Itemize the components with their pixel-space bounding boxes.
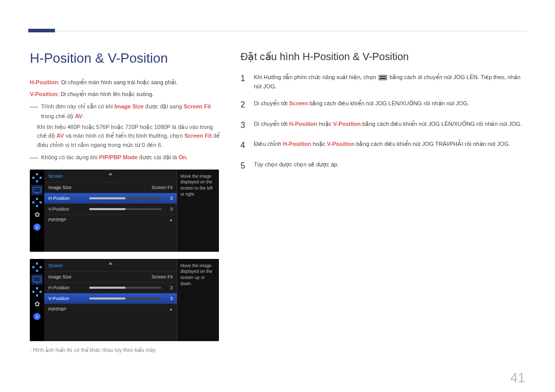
osd-row-label: PIP/PBP xyxy=(48,307,86,312)
osd-panel: ✿iScreenImage SizeScreen FitH-Position3V… xyxy=(30,259,219,341)
osd-row-label: V-Position xyxy=(48,207,86,212)
header-rule xyxy=(28,31,527,31)
osd-slider[interactable] xyxy=(89,287,161,289)
osd-row-label: V-Position xyxy=(48,296,86,301)
sidebar-dpad-icon xyxy=(31,262,43,272)
osd-row[interactable]: H-Position3 xyxy=(44,282,177,293)
osd-row[interactable]: PIP/PBP▸ xyxy=(44,304,177,314)
section-subtitle: Đặt cấu hình H-Position & V-Position xyxy=(240,50,525,63)
sidebar-settings-icon: ✿ xyxy=(31,299,43,309)
sub-note: Khi tín hiệu 480P hoặc 576P hoặc 720P ho… xyxy=(37,123,220,150)
sidebar-info-icon: i xyxy=(31,311,43,322)
osd-row[interactable]: PIP/PBP▸ xyxy=(44,214,177,225)
header-accent xyxy=(28,29,55,32)
h-position-label: H-Position xyxy=(30,79,58,85)
footnote: - Hình ảnh hiển thị có thể khác nhau tùy… xyxy=(30,347,220,353)
sidebar-screen-icon xyxy=(31,185,43,195)
content: H-Position & V-Position H-Position: Di c… xyxy=(30,50,525,353)
osd-row[interactable]: V-Position3 xyxy=(44,203,177,214)
osd-row[interactable]: Image SizeScreen Fit xyxy=(44,271,177,282)
osd-sidebar: ✿i xyxy=(30,259,44,341)
step: 2Di chuyển tới Screen bằng cách điều khi… xyxy=(240,98,525,111)
osd-slider[interactable] xyxy=(89,197,161,199)
note-1: ― Trình đơn này chỉ sẵn có khi Image Siz… xyxy=(30,102,220,120)
osd-slider[interactable] xyxy=(89,297,161,300)
menu-icon xyxy=(379,75,387,80)
osd-row[interactable]: H-Position3 xyxy=(44,193,177,203)
osd-row-label: Image Size xyxy=(48,185,86,190)
note-2: ― Không có tác dụng khi PIP/PBP Mode đượ… xyxy=(30,153,220,162)
steps-list: 1Khi Hướng dẫn phím chức năng xuất hiện,… xyxy=(240,72,525,173)
step: 1Khi Hướng dẫn phím chức năng xuất hiện,… xyxy=(240,72,525,91)
osd-row-label: H-Position xyxy=(48,285,86,290)
sidebar-dpad-icon xyxy=(31,197,43,208)
step-num: 2 xyxy=(240,98,248,111)
step-text: Tùy chọn được chọn sẽ được áp. xyxy=(254,159,525,173)
step: 4Điều chỉnh H-Position hoặc V-Position b… xyxy=(240,139,525,152)
step-num: 3 xyxy=(240,119,248,132)
osd-row-value: 3 xyxy=(164,285,173,290)
chevron-right-icon: ▸ xyxy=(168,217,173,222)
dash-icon: ― xyxy=(30,153,38,162)
step-num: 1 xyxy=(240,72,248,91)
page-title: H-Position & V-Position xyxy=(30,50,220,66)
osd-row-label: PIP/PBP xyxy=(48,217,86,222)
osd-list: ScreenImage SizeScreen FitH-Position3V-P… xyxy=(44,170,177,252)
osd-row-value: 3 xyxy=(164,207,173,212)
desc-h-text: : Di chuyển màn hình sang trái hoặc sang… xyxy=(58,79,178,85)
note-1-text: Trình đơn này chỉ sẵn có khi Image Size … xyxy=(41,102,220,120)
osd-row-value: 3 xyxy=(164,196,173,201)
osd-row[interactable]: Image SizeScreen Fit xyxy=(44,182,177,193)
scroll-up-icon xyxy=(108,262,113,265)
sidebar-dpad-icon xyxy=(31,287,43,297)
osd-row-value: 3 xyxy=(164,296,173,301)
osd-main: ScreenImage SizeScreen FitH-Position3V-P… xyxy=(44,259,219,341)
step: 3Di chuyển tới H-Position hoặc V-Positio… xyxy=(240,119,525,132)
step-num: 5 xyxy=(240,159,248,173)
chevron-right-icon: ▸ xyxy=(168,307,173,312)
right-column: Đặt cấu hình H-Position & V-Position 1Kh… xyxy=(240,50,525,353)
desc-v-text: : Di chuyển màn hình lên hoặc xuống. xyxy=(58,91,154,97)
osd-main: ScreenImage SizeScreen FitH-Position3V-P… xyxy=(44,170,219,252)
step-num: 4 xyxy=(240,139,248,152)
left-column: H-Position & V-Position H-Position: Di c… xyxy=(30,50,220,353)
osd-container: ✿iScreenImage SizeScreen FitH-Position3V… xyxy=(30,170,220,341)
desc-v: V-Position: Di chuyển màn hình lên hoặc … xyxy=(30,89,220,99)
osd-row-label: Image Size xyxy=(48,274,86,279)
osd-row-value: Screen Fit xyxy=(89,274,173,279)
step-text: Điều chỉnh H-Position hoặc V-Position bằ… xyxy=(254,139,525,152)
osd-row-value: Screen Fit xyxy=(89,185,173,190)
osd-help-text: Move the image displayed on the screen u… xyxy=(177,259,219,341)
dash-icon: ― xyxy=(30,102,38,120)
sidebar-dpad-icon xyxy=(31,173,43,183)
scroll-up-icon xyxy=(108,173,113,175)
step-text: Di chuyển tới Screen bằng cách điều khiể… xyxy=(254,98,525,111)
sidebar-info-icon: i xyxy=(31,222,43,232)
step-text: Di chuyển tới H-Position hoặc V-Position… xyxy=(254,119,525,132)
v-position-label: V-Position xyxy=(30,91,58,97)
osd-row-label: H-Position xyxy=(48,196,86,201)
desc-h: H-Position: Di chuyển màn hình sang trái… xyxy=(30,78,220,87)
osd-panel: ✿iScreenImage SizeScreen FitH-Position3V… xyxy=(30,170,219,252)
step-text: Khi Hướng dẫn phím chức năng xuất hiện, … xyxy=(254,72,525,91)
osd-slider[interactable] xyxy=(89,208,161,210)
osd-help-text: Move the image displayed on the screen t… xyxy=(177,170,219,252)
osd-list: ScreenImage SizeScreen FitH-Position3V-P… xyxy=(44,259,177,341)
page-number: 41 xyxy=(510,370,525,386)
note-2-text: Không có tác dụng khi PIP/PBP Mode được … xyxy=(41,153,220,162)
sidebar-settings-icon: ✿ xyxy=(31,210,43,220)
sidebar-screen-icon xyxy=(31,274,43,285)
osd-row[interactable]: V-Position3 xyxy=(44,293,177,304)
step: 5Tùy chọn được chọn sẽ được áp. xyxy=(240,159,525,173)
osd-sidebar: ✿i xyxy=(30,170,44,252)
